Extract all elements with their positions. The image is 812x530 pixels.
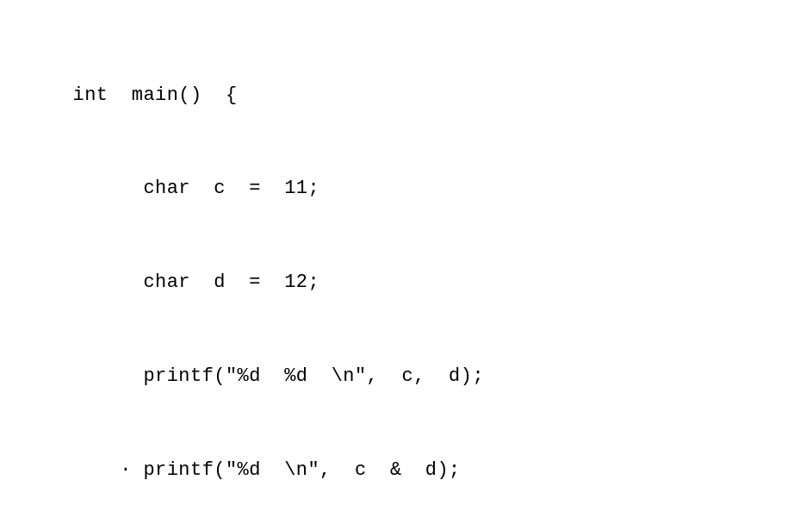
code-line-3: char d = 12; <box>26 267 507 298</box>
code-line-2: char c = 11; <box>26 173 507 204</box>
code-line-5: · printf("%d \n", c & d); <box>26 455 507 486</box>
code-line-4: printf("%d %d \n", c, d); <box>26 361 507 392</box>
code-block: int main() { char c = 11; char d = 12; p… <box>0 0 533 530</box>
code-line-1: int main() { <box>26 80 507 111</box>
